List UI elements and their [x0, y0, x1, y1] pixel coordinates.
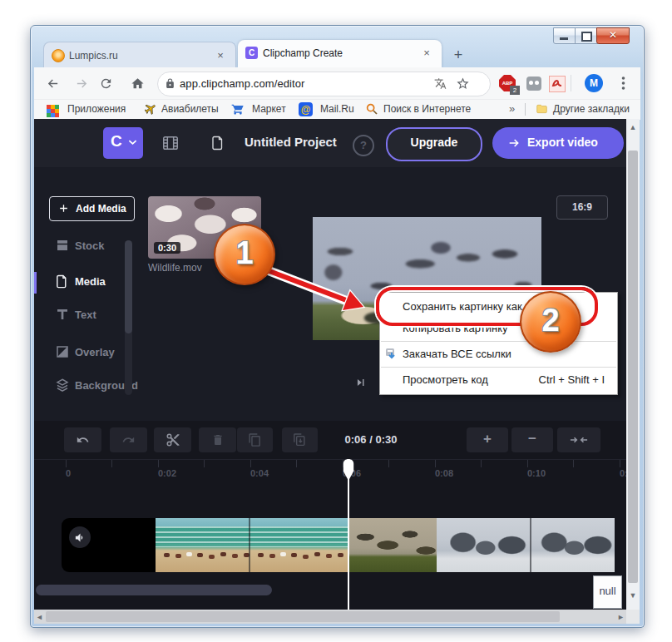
timeline-zoom-in-button[interactable]: +	[467, 427, 508, 452]
search-magnifier-icon[interactable]	[365, 102, 378, 116]
clip-filename: Wildlife.mov	[148, 262, 202, 274]
tab-lumpics[interactable]: Lumpics.ru ×	[43, 42, 236, 68]
lumpics-favicon	[52, 49, 65, 62]
horizontal-scrollbar-thumb[interactable]	[46, 611, 560, 622]
clipchamp-favicon: C	[245, 47, 258, 59]
acrobat-icon[interactable]	[549, 76, 566, 92]
timeline-horizontal-scrollbar[interactable]	[36, 585, 272, 595]
menu-item-download-all-links[interactable]: Закачать ВСЕ ссылки	[380, 343, 617, 365]
undo-button[interactable]	[64, 427, 101, 452]
playhead-marker[interactable]	[342, 458, 355, 482]
extension-dot	[535, 81, 539, 85]
scroll-down-icon[interactable]: ▼	[626, 590, 640, 601]
forward-icon[interactable]	[75, 77, 89, 91]
bookmarks-overflow-chevron[interactable]: »	[509, 102, 515, 115]
add-media-button[interactable]: Add Media	[49, 196, 135, 221]
filmstrip-icon[interactable]	[161, 134, 180, 152]
project-title[interactable]: Untitled Project	[245, 135, 337, 149]
new-tab-button[interactable]: +	[448, 46, 468, 66]
bookmarks-bar: Приложения Авиабилеты Маркет @ Mail.Ru П…	[34, 99, 640, 120]
url-text: app.clipchamp.com/editor	[180, 77, 305, 90]
menu-separator	[381, 367, 616, 368]
clipchamp-logo-button[interactable]: C	[103, 127, 143, 159]
cart-icon[interactable]	[231, 102, 245, 116]
bookmark-item[interactable]: Mail.Ru	[320, 103, 354, 115]
bookmark-item[interactable]: Поиск в Интернете	[383, 103, 471, 115]
timeline-fit-button[interactable]	[557, 427, 600, 452]
sidebar-label: Overlay	[75, 346, 115, 358]
menu-shortcut: Ctrl + Shift + I	[539, 369, 605, 391]
timeline-clip-frame[interactable]	[531, 518, 615, 572]
scroll-left-icon[interactable]: ◄	[36, 611, 43, 623]
toolbar-divider	[571, 75, 571, 91]
maximize-button[interactable]	[575, 27, 598, 44]
skip-to-start-icon[interactable]	[355, 377, 367, 388]
bookmark-item[interactable]: Приложения	[67, 103, 126, 115]
profile-avatar[interactable]: M	[585, 74, 603, 92]
screenshot: ✕ Lumpics.ru × C Clipchamp Create × + ap…	[0, 0, 672, 642]
adblock-badge: 2	[510, 86, 520, 95]
scroll-right-icon[interactable]: ►	[617, 611, 625, 623]
document-icon[interactable]	[210, 134, 225, 152]
export-video-button[interactable]: Export video	[492, 127, 624, 159]
mailru-icon[interactable]: @	[299, 102, 313, 116]
tab-close-icon[interactable]: ×	[420, 47, 433, 60]
annotation-step-1: 1	[214, 224, 275, 285]
overlay-icon	[55, 344, 70, 359]
add-media-label: Add Media	[76, 203, 126, 215]
minimize-icon	[560, 37, 568, 40]
reload-icon[interactable]	[99, 77, 113, 91]
timeline-clip-frame[interactable]	[156, 518, 250, 572]
minimize-button[interactable]	[553, 27, 576, 44]
plus-icon	[58, 203, 69, 214]
timeline-audio-clip[interactable]	[62, 518, 156, 572]
browser-toolbar: app.clipchamp.com/editor ABP 2 M	[34, 67, 640, 99]
vertical-scrollbar-thumb[interactable]	[628, 151, 638, 583]
menu-dots-icon[interactable]	[621, 76, 625, 91]
scroll-up-icon[interactable]: ▲	[626, 121, 640, 133]
apps-grid-icon[interactable]	[47, 105, 51, 109]
delete-button[interactable]	[199, 427, 236, 452]
split-scissors-button[interactable]	[154, 427, 191, 452]
other-bookmarks[interactable]: Другие закладки	[553, 103, 630, 115]
background-layers-icon	[55, 378, 70, 393]
close-button[interactable]: ✕	[596, 27, 630, 44]
redo-button[interactable]	[110, 427, 147, 452]
timeline-zoom-out-button[interactable]: −	[511, 427, 553, 452]
download-all-icon	[385, 348, 398, 361]
menu-item-inspect[interactable]: Просмотреть код Ctrl + Shift + I	[380, 369, 617, 391]
tab-close-icon[interactable]: ×	[214, 49, 227, 62]
clip-seam	[530, 518, 531, 572]
sidebar-label: Media	[75, 275, 106, 288]
back-icon[interactable]	[46, 77, 60, 91]
sidebar-scrollbar-thumb[interactable]	[125, 240, 132, 333]
clip-texture	[258, 553, 264, 557]
playhead-line[interactable]	[348, 468, 349, 610]
copy-button[interactable]	[237, 427, 273, 452]
folder-icon[interactable]	[536, 103, 548, 115]
aspect-ratio-badge[interactable]: 16:9	[556, 195, 608, 220]
bookmark-item[interactable]: Маркет	[252, 103, 286, 115]
translate-icon[interactable]	[434, 77, 447, 90]
plane-icon[interactable]	[144, 102, 157, 116]
timeline-clip-frame[interactable]	[437, 518, 531, 572]
ruler-tick: 0:08	[435, 468, 453, 478]
home-icon[interactable]	[131, 77, 145, 91]
clip-seam	[249, 518, 250, 572]
bookmark-item[interactable]: Авиабилеты	[161, 103, 219, 115]
upgrade-button[interactable]: Upgrade	[386, 127, 482, 161]
speaker-icon[interactable]	[69, 526, 91, 548]
timeline-clip-frame[interactable]	[348, 518, 437, 572]
extension-icon[interactable]	[526, 77, 541, 91]
export-label: Export video	[527, 136, 598, 149]
clipchamp-editor: C Untitled Project ? Upgrade Export vide…	[34, 119, 626, 610]
clip-texture	[156, 526, 250, 547]
bookmark-star-icon[interactable]	[456, 77, 470, 91]
media-icon	[55, 274, 69, 289]
help-icon[interactable]: ?	[353, 135, 374, 156]
duplicate-button[interactable]	[282, 427, 318, 452]
timeline-clip-frame[interactable]	[250, 518, 348, 572]
address-bar[interactable]: app.clipchamp.com/editor	[157, 72, 491, 96]
tab-clipchamp[interactable]: C Clipchamp Create ×	[238, 40, 442, 67]
tab-title: Lumpics.ru	[69, 50, 118, 62]
